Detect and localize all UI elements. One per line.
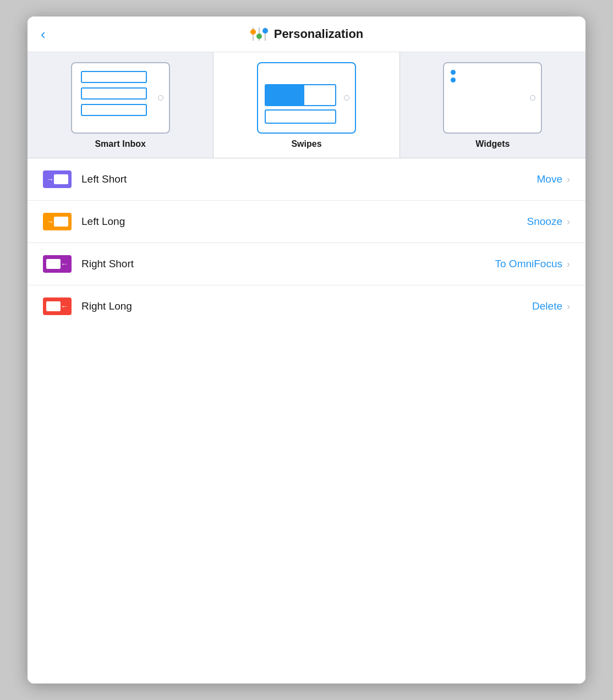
swipe-bar-outer bbox=[265, 84, 336, 106]
back-button[interactable]: ‹ bbox=[41, 27, 46, 41]
widgets-illus-content bbox=[444, 63, 541, 74]
swipes-circle bbox=[344, 95, 349, 101]
left-short-arrow: → bbox=[46, 175, 54, 184]
widgets-circle bbox=[530, 95, 535, 101]
tab-widgets-label: Widgets bbox=[475, 139, 510, 149]
swipes-illustration bbox=[257, 62, 356, 134]
swipe-item-right-long[interactable]: ← Right Long Delete › bbox=[28, 285, 585, 327]
inbox-row-3 bbox=[81, 104, 147, 116]
swipe-bar-inner bbox=[266, 85, 304, 105]
inbox-circle bbox=[158, 95, 163, 101]
right-long-value: Delete bbox=[532, 300, 562, 312]
left-long-chevron: › bbox=[567, 216, 570, 228]
left-short-icon: → bbox=[43, 170, 72, 188]
right-short-icon: ← bbox=[43, 255, 72, 273]
left-long-value: Snooze bbox=[527, 216, 562, 228]
right-long-white-bar bbox=[46, 301, 61, 311]
swipe-item-left-short[interactable]: → Left Short Move › bbox=[28, 158, 585, 201]
right-long-label: Right Long bbox=[81, 300, 532, 312]
tab-swipes[interactable]: Swipes bbox=[214, 52, 399, 158]
right-short-chevron: › bbox=[567, 258, 570, 270]
left-short-chevron: › bbox=[567, 174, 570, 185]
swipe-item-right-short[interactable]: ← Right Short To OmniFocus › bbox=[28, 243, 585, 285]
right-long-icon: ← bbox=[43, 297, 72, 315]
left-short-value: Move bbox=[537, 173, 562, 185]
swipe-list: → Left Short Move › → Left Long Snooze › bbox=[28, 158, 585, 327]
svg-point-3 bbox=[256, 34, 262, 39]
tabs-container: Smart Inbox Swipes bbox=[28, 52, 585, 158]
page-title: Personalization bbox=[274, 27, 364, 41]
swipe-small-row bbox=[265, 109, 336, 124]
svg-point-1 bbox=[250, 29, 256, 35]
left-long-arrow: → bbox=[46, 217, 54, 226]
swipes-illus-content bbox=[258, 63, 355, 130]
inbox-row-1 bbox=[81, 71, 147, 83]
right-long-arrow: ← bbox=[61, 302, 68, 311]
personalization-icon bbox=[250, 26, 269, 42]
tab-widgets[interactable]: Widgets bbox=[400, 52, 585, 158]
inbox-row-2 bbox=[81, 87, 147, 100]
left-short-white-bar bbox=[54, 174, 68, 184]
swipe-item-left-long[interactable]: → Left Long Snooze › bbox=[28, 201, 585, 243]
widgets-illustration bbox=[443, 62, 542, 134]
smart-inbox-illustration bbox=[71, 62, 170, 134]
tab-smart-inbox-label: Smart Inbox bbox=[95, 139, 145, 149]
widget-dot-2 bbox=[451, 78, 456, 82]
swipes-top-space bbox=[265, 70, 348, 81]
right-long-chevron: › bbox=[567, 301, 570, 312]
smart-inbox-rows bbox=[72, 63, 169, 124]
right-short-value: To OmniFocus bbox=[495, 258, 562, 270]
tab-smart-inbox[interactable]: Smart Inbox bbox=[28, 52, 214, 158]
widget-dot-group bbox=[451, 70, 456, 82]
left-long-label: Left Long bbox=[81, 216, 527, 228]
left-short-label: Left Short bbox=[81, 173, 537, 185]
header-title-area: Personalization bbox=[250, 26, 364, 42]
tab-swipes-label: Swipes bbox=[291, 139, 321, 149]
left-long-white-bar bbox=[54, 217, 68, 227]
app-window: ‹ Personalization bbox=[28, 16, 585, 684]
right-short-arrow: ← bbox=[61, 260, 68, 268]
right-short-label: Right Short bbox=[81, 258, 495, 270]
widget-dot-1 bbox=[451, 70, 456, 75]
header: ‹ Personalization bbox=[28, 16, 585, 52]
svg-point-5 bbox=[262, 28, 268, 34]
right-short-white-bar bbox=[46, 259, 61, 269]
left-long-icon: → bbox=[43, 213, 72, 230]
content-area: → Left Short Move › → Left Long Snooze › bbox=[28, 158, 585, 684]
